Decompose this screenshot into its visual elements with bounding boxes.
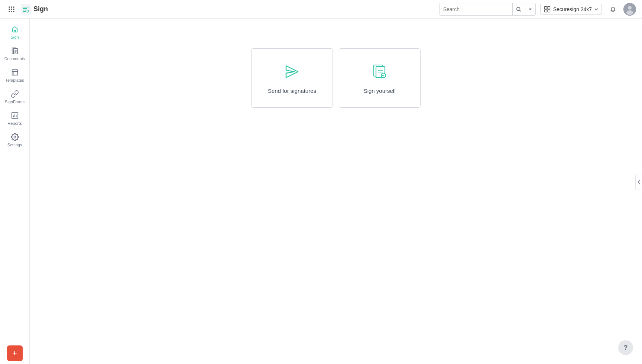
app-title: Sign bbox=[33, 5, 48, 13]
svg-point-17 bbox=[628, 6, 632, 10]
sidebar-item-reports[interactable]: Reports bbox=[0, 108, 29, 129]
svg-rect-8 bbox=[13, 11, 14, 12]
sidebar-label-reports: Reports bbox=[7, 121, 22, 126]
svg-point-10 bbox=[517, 7, 520, 10]
signforms-icon bbox=[11, 90, 19, 98]
main-content: Send for signatures Sign yourself bbox=[30, 19, 642, 364]
search-bar bbox=[439, 3, 536, 16]
templates-icon bbox=[11, 68, 19, 77]
workspace-selector[interactable]: Securesign 24x7 bbox=[540, 4, 602, 15]
sign-yourself-icon bbox=[370, 62, 389, 81]
svg-rect-2 bbox=[13, 6, 14, 7]
sidebar: Sign Documents Templates bbox=[0, 19, 30, 364]
sidebar-item-signforms[interactable]: SignForms bbox=[0, 86, 29, 108]
svg-point-18 bbox=[626, 10, 633, 15]
svg-rect-13 bbox=[548, 6, 550, 9]
svg-rect-3 bbox=[9, 9, 10, 10]
header-left: Sign bbox=[6, 4, 48, 15]
sign-yourself-card[interactable]: Sign yourself bbox=[339, 48, 421, 108]
sidebar-item-sign[interactable]: Sign bbox=[0, 22, 29, 43]
svg-rect-5 bbox=[13, 9, 14, 10]
header: Sign Securesign 24x7 bbox=[0, 0, 642, 19]
svg-rect-0 bbox=[9, 6, 10, 7]
chevron-down-icon bbox=[594, 7, 599, 12]
send-icon bbox=[283, 62, 301, 81]
svg-rect-6 bbox=[9, 11, 10, 12]
add-button[interactable]: + bbox=[7, 345, 23, 361]
search-input[interactable] bbox=[440, 3, 512, 15]
right-panel-collapse[interactable] bbox=[635, 175, 642, 189]
send-for-signatures-card[interactable]: Send for signatures bbox=[251, 48, 333, 108]
home-icon bbox=[11, 25, 19, 33]
search-icon-button[interactable] bbox=[512, 3, 525, 16]
search-dropdown-button[interactable] bbox=[525, 3, 535, 16]
svg-rect-7 bbox=[11, 11, 12, 12]
svg-rect-15 bbox=[548, 9, 550, 12]
send-for-signatures-label: Send for signatures bbox=[268, 88, 316, 94]
sidebar-item-settings[interactable]: Settings bbox=[0, 129, 29, 151]
documents-icon bbox=[11, 47, 19, 55]
help-button[interactable]: ? bbox=[618, 340, 633, 355]
notification-button[interactable] bbox=[606, 3, 619, 16]
svg-rect-4 bbox=[11, 9, 12, 10]
svg-rect-24 bbox=[12, 70, 17, 75]
sidebar-item-documents[interactable]: Documents bbox=[0, 43, 29, 65]
sidebar-label-sign: Sign bbox=[10, 35, 19, 39]
svg-point-31 bbox=[14, 136, 16, 138]
sidebar-item-templates[interactable]: Templates bbox=[0, 65, 29, 86]
svg-rect-14 bbox=[544, 9, 547, 12]
header-right: Securesign 24x7 bbox=[540, 3, 636, 16]
grid-icon[interactable] bbox=[6, 4, 17, 15]
workspace-name: Securesign 24x7 bbox=[553, 6, 592, 12]
reports-icon bbox=[11, 111, 19, 120]
sidebar-label-signforms: SignForms bbox=[5, 100, 25, 104]
layout: Sign Documents Templates bbox=[0, 19, 642, 364]
avatar[interactable] bbox=[623, 3, 636, 16]
svg-line-11 bbox=[520, 10, 521, 11]
sidebar-label-documents: Documents bbox=[4, 56, 25, 61]
svg-rect-1 bbox=[11, 6, 12, 7]
svg-rect-9 bbox=[21, 4, 31, 14]
cards-container: Send for signatures Sign yourself bbox=[251, 48, 421, 108]
settings-icon bbox=[11, 133, 19, 141]
sign-yourself-label: Sign yourself bbox=[364, 88, 396, 94]
sidebar-label-settings: Settings bbox=[7, 143, 22, 147]
sidebar-label-templates: Templates bbox=[5, 78, 24, 82]
app-logo: Sign bbox=[21, 4, 48, 14]
svg-rect-12 bbox=[544, 6, 547, 9]
